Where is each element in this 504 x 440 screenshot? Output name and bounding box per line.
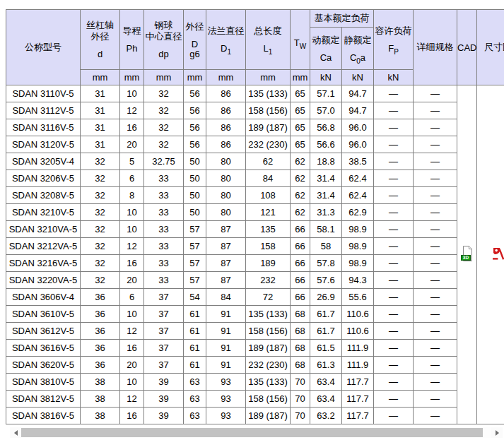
fp-cell: — xyxy=(374,187,414,204)
fp-cell: — xyxy=(374,221,414,238)
col-header-shaft-diameter: 丝杠轴外径 d xyxy=(81,10,120,70)
dp-cell: 37 xyxy=(144,306,184,323)
ph-cell: 12 xyxy=(120,391,144,408)
d-cell: 38 xyxy=(81,391,120,408)
col-header-total-length: 总长度 L1 xyxy=(246,10,291,70)
col-header-outer-diameter: 外径 D g6 xyxy=(184,10,206,70)
scroll-left-button[interactable] xyxy=(10,427,21,438)
dg6-cell: 57 xyxy=(184,238,206,255)
d1-cell: 91 xyxy=(206,306,246,323)
spec-cell: — xyxy=(414,323,457,340)
model-cell: SDAN 3216VA-5 xyxy=(6,255,81,272)
spec-cell: — xyxy=(414,204,457,221)
d1-cell: 86 xyxy=(206,85,246,102)
unit-cell: kN xyxy=(374,70,414,85)
d-cell: 32 xyxy=(81,153,120,170)
d-cell: 38 xyxy=(81,408,120,424)
spec-cell: — xyxy=(414,170,457,187)
unit-cell: kN xyxy=(310,70,342,85)
ph-cell: 12 xyxy=(120,323,144,340)
unit-cell: mm xyxy=(184,70,206,85)
left-arrow-icon xyxy=(14,430,18,436)
model-cell: SDAN 3616V-5 xyxy=(6,340,81,357)
d-cell: 31 xyxy=(81,119,120,136)
d-cell: 36 xyxy=(81,306,120,323)
c0a-cell: 96.0 xyxy=(342,136,374,153)
model-cell: SDAN 3620V-5 xyxy=(6,357,81,374)
tw-cell: 65 xyxy=(291,136,310,153)
d-cell: 32 xyxy=(81,272,120,289)
col-header-dynamic-rating: 动额定 Ca xyxy=(310,28,342,70)
c0a-cell: 96.0 xyxy=(342,119,374,136)
spec-cell: — xyxy=(414,340,457,357)
table-row: SDAN 3606V-4366375484726626.955.6—— xyxy=(6,289,504,306)
dg6-cell: 63 xyxy=(184,391,206,408)
l1-cell: 135 (133) xyxy=(246,85,291,102)
dg6-cell: 50 xyxy=(184,170,206,187)
table-row: SDAN 3120V-53120325686232 (230)6556.696.… xyxy=(6,136,504,153)
ca-cell: 26.9 xyxy=(310,289,342,306)
table-row: SDAN 3212VA-53212335787158665898.9—— xyxy=(6,238,504,255)
col-header-dimension-drawing: 尺寸图 xyxy=(477,10,504,85)
model-cell: SDAN 3816V-5 xyxy=(6,408,81,424)
tw-cell: 68 xyxy=(291,340,310,357)
c0a-cell: 94.3 xyxy=(342,272,374,289)
scroll-right-button[interactable] xyxy=(491,427,503,438)
dp-cell: 33 xyxy=(144,204,184,221)
l1-cell: 189 (187) xyxy=(246,340,291,357)
d-cell: 36 xyxy=(81,357,120,374)
table-row: SDAN 3110V-53110325686135 (133)6557.194.… xyxy=(6,85,504,102)
dp-cell: 39 xyxy=(144,408,184,424)
model-cell: SDAN 3208V-5 xyxy=(6,187,81,204)
table-row: SDAN 3205V-432532.755080626218.838.5—— xyxy=(6,153,504,170)
ca-cell: 61.3 xyxy=(310,357,342,374)
dg6-cell: 54 xyxy=(184,289,206,306)
col-header-lead: 导程 Ph xyxy=(120,10,144,70)
ph-cell: 5 xyxy=(120,153,144,170)
dp-cell: 32 xyxy=(144,85,184,102)
ca-cell: 61.7 xyxy=(310,323,342,340)
l1-cell: 108 xyxy=(246,187,291,204)
spec-cell: — xyxy=(414,408,457,424)
dp-cell: 39 xyxy=(144,391,184,408)
model-cell: SDAN 3112V-5 xyxy=(6,102,81,119)
tw-cell: 62 xyxy=(291,170,310,187)
ca-cell: 57.1 xyxy=(310,85,342,102)
ph-cell: 20 xyxy=(120,357,144,374)
l1-cell: 62 xyxy=(246,153,291,170)
l1-cell: 84 xyxy=(246,170,291,187)
l1-cell: 189 xyxy=(246,255,291,272)
c0a-cell: 117.7 xyxy=(342,391,374,408)
ph-cell: 10 xyxy=(120,85,144,102)
model-cell: SDAN 3812V-5 xyxy=(6,391,81,408)
tw-cell: 62 xyxy=(291,153,310,170)
ph-cell: 6 xyxy=(120,289,144,306)
model-cell: SDAN 3610V-5 xyxy=(6,306,81,323)
l1-cell: 232 (230) xyxy=(246,136,291,153)
cad-icon-cell: 3D xyxy=(457,85,477,424)
ca-cell: 31.4 xyxy=(310,170,342,187)
tw-cell: 68 xyxy=(291,323,310,340)
dg6-cell: 61 xyxy=(184,357,206,374)
ph-cell: 16 xyxy=(120,255,144,272)
d1-cell: 93 xyxy=(206,391,246,408)
ca-cell: 56.6 xyxy=(310,136,342,153)
c0a-cell: 94.7 xyxy=(342,102,374,119)
tw-cell: 66 xyxy=(291,238,310,255)
d1-cell: 80 xyxy=(206,204,246,221)
dp-cell: 33 xyxy=(144,170,184,187)
table-row: SDAN 3206V-5326335080846231.462.4—— xyxy=(6,170,504,187)
pdf-file-icon[interactable] xyxy=(492,247,504,261)
model-cell: SDAN 3220VA-5 xyxy=(6,272,81,289)
c0a-cell: 110.6 xyxy=(342,323,374,340)
table-row: SDAN 3610V-53610376191135 (133)6861.7110… xyxy=(6,306,504,323)
fp-cell: — xyxy=(374,255,414,272)
table-row: SDAN 3112V-53112325686158 (156)6557.094.… xyxy=(6,102,504,119)
scrollbar-thumb[interactable] xyxy=(21,428,483,437)
dg6-cell: 61 xyxy=(184,340,206,357)
tw-cell: 62 xyxy=(291,187,310,204)
dp-cell: 33 xyxy=(144,221,184,238)
horizontal-scrollbar[interactable] xyxy=(10,427,503,438)
fp-cell: — xyxy=(374,85,414,102)
cad-3d-document-icon[interactable]: 3D xyxy=(460,245,474,262)
